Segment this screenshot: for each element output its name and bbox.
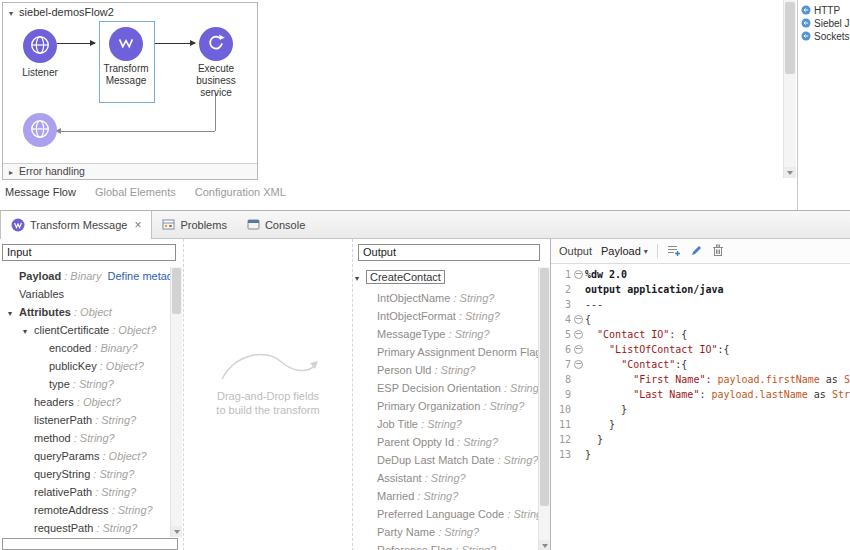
output-tree-scrollbar[interactable] — [538, 267, 550, 550]
output-tree-item[interactable]: MessageType : String? — [353, 325, 538, 343]
field-name: Payload — [19, 270, 61, 282]
dataweave-icon — [115, 32, 137, 56]
input-tree-item[interactable]: relativePath : String? — [0, 483, 170, 501]
output-root-row[interactable]: ▾CreateContact — [355, 269, 445, 287]
chevron-down-icon: ▾ — [644, 247, 648, 256]
expand-arrow-icon[interactable]: ▾ — [23, 323, 34, 339]
input-tree-item[interactable]: type : String? — [0, 375, 170, 393]
flow-canvas[interactable]: ▾ siebel-demosFlow2 Listener — [0, 0, 796, 210]
code-line[interactable]: 12 } — [551, 432, 850, 447]
fold-icon[interactable] — [574, 270, 583, 279]
palette-item[interactable]: HTTP — [798, 4, 850, 17]
input-tree-item[interactable]: queryString : String? — [0, 465, 170, 483]
input-tree-scrollbar[interactable] — [170, 267, 182, 537]
collapse-arrow-icon[interactable]: ▾ — [355, 271, 366, 287]
trash-icon[interactable] — [712, 244, 724, 259]
input-tree-item[interactable]: ▾clientCertificate : Object? — [0, 321, 170, 339]
input-header-field[interactable]: Input — [2, 244, 176, 261]
flow-container[interactable]: ▾ siebel-demosFlow2 Listener — [2, 2, 258, 180]
squiggle-arrow-icon — [214, 347, 324, 389]
fold-icon[interactable] — [574, 315, 583, 324]
tab-problems[interactable]: Problems — [152, 211, 236, 238]
output-tree-item[interactable]: Party Name : String? — [353, 523, 538, 541]
code-line[interactable]: 5 "Contact IO": { — [551, 327, 850, 342]
scroll-down-arrow[interactable] — [171, 526, 182, 537]
input-tree-item[interactable]: queryParams : Object? — [0, 447, 170, 465]
code-line[interactable]: 3--- — [551, 297, 850, 312]
collapse-arrow-icon[interactable]: ▾ — [9, 9, 13, 18]
code-line[interactable]: 11 } — [551, 417, 850, 432]
code-output-label[interactable]: Output — [559, 245, 592, 257]
output-tree-item[interactable]: Primary Assignment Denorm Flag : String? — [353, 343, 538, 361]
scrollbar-thumb[interactable] — [172, 268, 181, 314]
output-tree-item[interactable]: IntObjectFormat : String? — [353, 307, 538, 325]
input-tree-item[interactable]: requestPath : String? — [0, 519, 170, 537]
edit-icon[interactable] — [690, 244, 703, 259]
output-tree-item[interactable]: Married : String? — [353, 487, 538, 505]
listener-node[interactable] — [23, 29, 57, 63]
output-tree-item[interactable]: DeDup Last Match Date : String? — [353, 451, 538, 469]
transform-message-node[interactable] — [109, 27, 143, 61]
palette-item[interactable]: Sockets — [798, 30, 850, 43]
tab-global-elements[interactable]: Global Elements — [95, 186, 176, 198]
payload-dropdown[interactable]: Payload ▾ — [601, 245, 648, 257]
flow-title-row: ▾ siebel-demosFlow2 — [9, 6, 114, 18]
output-tree-item[interactable]: Person Uld : String? — [353, 361, 538, 379]
input-tree-item[interactable]: listenerPath : String? — [0, 411, 170, 429]
transform-workbench: Input Payload : BinaryDefine metadata Va… — [0, 239, 850, 550]
fold-icon[interactable] — [574, 345, 583, 354]
canvas-scrollbar[interactable] — [783, 0, 796, 178]
scroll-down-arrow[interactable] — [539, 540, 550, 550]
field-type: : Object? — [99, 450, 146, 462]
scrollbar-thumb[interactable] — [540, 268, 549, 506]
output-tree-item[interactable]: Assistant : String? — [353, 469, 538, 487]
add-target-icon[interactable] — [667, 244, 681, 259]
code-line[interactable]: 6 "ListOfContact IO":{ — [551, 342, 850, 357]
output-root-name[interactable]: CreateContact — [366, 270, 445, 284]
output-tree-item[interactable]: Preferred Language Code : String? — [353, 505, 538, 523]
output-tree-item[interactable]: Parent Oppty Id : String? — [353, 433, 538, 451]
input-tree-item[interactable]: publicKey : Object? — [0, 357, 170, 375]
code-line[interactable]: 9 "Last Name": payload.lastName as Strin… — [551, 387, 850, 402]
error-handler-node[interactable] — [23, 113, 57, 147]
tab-configuration-xml[interactable]: Configuration XML — [195, 186, 286, 198]
code-line[interactable]: 10 } — [551, 402, 850, 417]
code-line[interactable]: 4{ — [551, 312, 850, 327]
output-tree-item[interactable]: ESP Decision Orientation : String? — [353, 379, 538, 397]
input-tree-item[interactable]: remoteAddress : String? — [0, 501, 170, 519]
expand-arrow-icon[interactable]: ▸ — [9, 165, 13, 180]
mapping-lane[interactable]: Drag-and-Drop fields to build the transf… — [183, 239, 353, 550]
error-handling-section[interactable]: ▸ Error handling — [3, 163, 257, 179]
palette-item[interactable]: Siebel JDB — [798, 17, 850, 30]
scroll-down-arrow[interactable] — [784, 167, 796, 178]
expand-arrow-icon[interactable]: ▾ — [8, 305, 19, 321]
code-line[interactable]: 1%dw 2.0 — [551, 267, 850, 282]
input-tree-item[interactable]: headers : Object? — [0, 393, 170, 411]
code-line[interactable]: 13} — [551, 447, 850, 462]
execute-business-service-node[interactable] — [199, 27, 233, 61]
output-tree-item[interactable]: IntObjectName : String? — [353, 289, 538, 307]
output-tree-item[interactable]: Reference Flag : String? — [353, 541, 538, 550]
code-line[interactable]: 8 "First Name": payload.firstName as Str… — [551, 372, 850, 387]
fold-icon[interactable] — [574, 330, 583, 339]
input-tree-item[interactable]: encoded : Binary? — [0, 339, 170, 357]
input-tree-item[interactable]: ▾Attributes : Object — [0, 303, 170, 321]
code-editor[interactable]: 1%dw 2.02output application/java3---4{5 … — [551, 264, 850, 550]
define-metadata-link[interactable]: Define metadata — [108, 270, 170, 282]
tab-transform-message[interactable]: Transform Message × — [0, 211, 152, 239]
output-tree-item[interactable]: Job Title : String? — [353, 415, 538, 433]
close-tab-icon[interactable]: × — [134, 218, 141, 232]
divider — [657, 244, 658, 258]
input-filter-field[interactable] — [2, 538, 178, 550]
output-header-field[interactable]: Output — [358, 244, 540, 261]
tab-message-flow[interactable]: Message Flow — [5, 186, 76, 198]
fold-icon[interactable] — [574, 360, 583, 369]
input-tree-item[interactable]: Variables — [0, 285, 170, 303]
input-tree-item[interactable]: Payload : BinaryDefine metadata — [0, 267, 170, 285]
input-tree-item[interactable]: method : String? — [0, 429, 170, 447]
code-line[interactable]: 7 "Contact":{ — [551, 357, 850, 372]
code-line[interactable]: 2output application/java — [551, 282, 850, 297]
output-tree-item[interactable]: Primary Organization : String? — [353, 397, 538, 415]
tab-console[interactable]: Console — [237, 211, 315, 238]
scrollbar-thumb[interactable] — [785, 2, 795, 74]
